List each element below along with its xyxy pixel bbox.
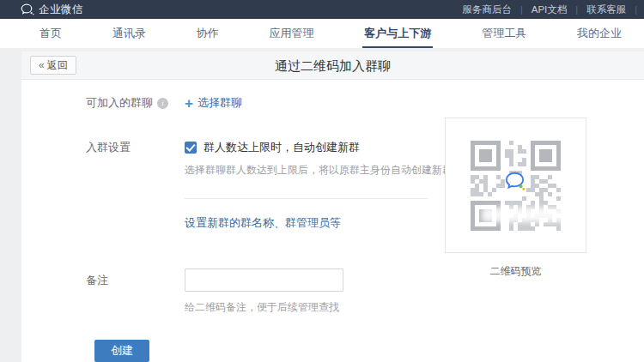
back-label: 返回 <box>47 58 68 73</box>
main-panel: « 返回 通过二维码加入群聊 可加入的群聊 i + 选择群聊 <box>21 51 644 362</box>
joinable-groups-row: 可加入的群聊 i + 选择群聊 <box>21 80 644 112</box>
contact-support-link[interactable]: 联系客服 <box>578 3 635 16</box>
nav-item-my-company[interactable]: 我的企业 <box>575 19 623 48</box>
content-area: « 返回 通过二维码加入群聊 可加入的群聊 i + 选择群聊 <box>0 48 644 362</box>
select-group-link[interactable]: + 选择群聊 <box>185 95 242 111</box>
page-title: 通过二维码加入群聊 <box>21 51 644 80</box>
main-nav: 首页 通讯录 协作 应用管理 客户与上下游 管理工具 我的企业 <box>0 19 644 48</box>
nav-item-home[interactable]: 首页 <box>38 19 64 48</box>
wecom-bubble-icon <box>21 3 34 15</box>
remark-label: 备注 <box>86 268 185 292</box>
panel-header: « 返回 通过二维码加入群聊 <box>21 51 644 80</box>
auto-create-checkbox-label[interactable]: 群人数达上限时，自动创建新群 <box>204 140 360 155</box>
provider-console-link[interactable]: 服务商后台 <box>453 3 520 16</box>
new-group-settings-link[interactable]: 设置新群的群名称、群管理员等 <box>185 215 341 231</box>
remark-hint: 给二维码备注，便于后续管理查找 <box>185 300 644 315</box>
select-group-link-text: 选择群聊 <box>197 95 242 111</box>
nav-item-collaboration[interactable]: 协作 <box>195 19 221 48</box>
nav-item-customers[interactable]: 客户与上下游 <box>362 19 433 48</box>
back-caret-icon: « <box>39 59 45 71</box>
qr-blurred-watermark <box>482 208 578 222</box>
divider <box>185 198 428 199</box>
qr-preview-caption: 二维码预览 <box>445 264 586 279</box>
info-icon[interactable]: i <box>157 98 168 109</box>
qr-preview-box <box>445 118 586 253</box>
wecom-bubble-icon <box>505 172 527 196</box>
join-settings-label: 入群设置 <box>86 140 185 155</box>
wecom-admin-screen: 企业微信 服务商后台 | API文档 | 联系客服 | 首页 通讯录 协作 应用… <box>0 0 644 362</box>
topbar-links: 服务商后台 | API文档 | 联系客服 | <box>453 0 637 19</box>
topbar: 企业微信 服务商后台 | API文档 | 联系客服 | <box>0 0 644 19</box>
plus-icon: + <box>185 98 193 109</box>
api-docs-link[interactable]: API文档 <box>523 3 576 16</box>
remark-input[interactable] <box>185 268 343 292</box>
nav-item-tools[interactable]: 管理工具 <box>480 19 528 48</box>
qr-preview-section: 二维码预览 <box>445 118 586 279</box>
nav-item-apps[interactable]: 应用管理 <box>267 19 315 48</box>
create-button[interactable]: 创建 <box>94 340 149 362</box>
back-button[interactable]: « 返回 <box>30 56 76 75</box>
joinable-groups-label: 可加入的群聊 i <box>86 95 185 111</box>
auto-create-checkbox[interactable] <box>185 142 197 154</box>
joinable-groups-label-text: 可加入的群聊 <box>86 95 153 111</box>
logo-text: 企业微信 <box>39 3 83 17</box>
wecom-logo[interactable]: 企业微信 <box>21 3 83 17</box>
separator: | <box>635 4 637 15</box>
nav-item-contacts[interactable]: 通讯录 <box>111 19 148 48</box>
